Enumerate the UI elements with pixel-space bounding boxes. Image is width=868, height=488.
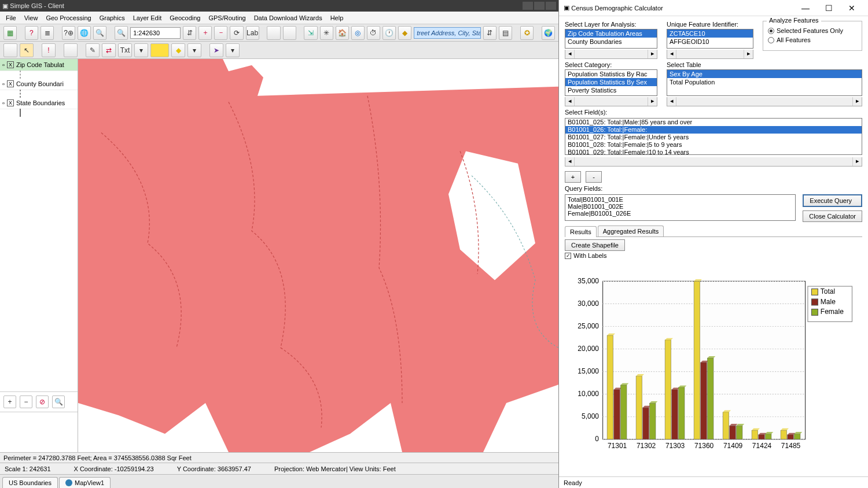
- layer-checkbox[interactable]: X: [7, 61, 14, 68]
- list-icon[interactable]: ≣: [41, 26, 54, 40]
- tab-aggregated[interactable]: Aggregated Results: [598, 225, 664, 236]
- hscrollbar[interactable]: ◂▸: [565, 97, 657, 106]
- arrows-icon[interactable]: ⇄: [102, 43, 116, 57]
- hscrollbar[interactable]: ◂▸: [667, 97, 862, 106]
- blank-tool-1[interactable]: [267, 26, 280, 40]
- wand-icon[interactable]: ✎: [86, 43, 100, 57]
- table-list[interactable]: Sex By Age Total Population: [667, 69, 862, 96]
- list-item[interactable]: Total Population: [667, 78, 862, 86]
- tab-us-boundaries[interactable]: US Boundaries: [2, 477, 58, 488]
- category-list[interactable]: Population Statistics By Rac Population …: [565, 69, 657, 96]
- hscrollbar[interactable]: ◂▸: [667, 50, 753, 59]
- list-item[interactable]: B01001_026: Total:|Female:: [565, 126, 862, 134]
- scale-input[interactable]: 1: 242630: [130, 27, 181, 39]
- blank-tool-3[interactable]: [3, 43, 17, 57]
- select-layer-list[interactable]: Zip Code Tabulation Areas County Boundar…: [565, 29, 657, 49]
- select-arrow-icon[interactable]: ↖: [20, 43, 34, 57]
- maximize-button[interactable]: ☐: [817, 3, 840, 13]
- menu-layeredit[interactable]: Layer Edit: [133, 14, 162, 21]
- address-stepper[interactable]: ⇵: [483, 26, 496, 40]
- list-item[interactable]: B01001_027: Total:|Female:|Under 5 years: [565, 134, 862, 141]
- dropdown-2[interactable]: ▾: [187, 43, 201, 57]
- menu-gpsrouting[interactable]: GPS/Routing: [208, 14, 245, 21]
- zoom-in-icon[interactable]: ＋: [198, 26, 212, 40]
- layer-checkbox[interactable]: X: [7, 99, 14, 106]
- list-item[interactable]: Population Statistics By Rac: [565, 70, 657, 78]
- layer-checkbox[interactable]: X: [7, 80, 14, 87]
- zoom-out-icon[interactable]: －: [214, 26, 227, 40]
- layer-row-zip[interactable]: ▫ X Zip Code Tabulat: [0, 59, 78, 71]
- fields-list[interactable]: B01001_025: Total:|Male:|85 years and ov…: [565, 118, 862, 155]
- gis-titlebar[interactable]: ▣ Simple GIS - Client: [0, 0, 558, 12]
- radio-selected-only[interactable]: Selected Features Only: [768, 27, 857, 34]
- text-tool-icon[interactable]: Txt: [118, 43, 132, 57]
- minimize-button[interactable]: —: [794, 3, 817, 13]
- pointer-purple-icon[interactable]: ➤: [209, 43, 223, 57]
- layer-zoom-icon[interactable]: 🔍: [52, 395, 65, 408]
- layer-add-icon[interactable]: +: [3, 395, 16, 408]
- hscrollbar[interactable]: ◂▸: [565, 50, 657, 59]
- uid-list[interactable]: ZCTA5CE10 AFFGEOID10: [667, 29, 753, 49]
- layer-row-county[interactable]: ▫ X County Boundari: [0, 78, 78, 90]
- list-item[interactable]: Poverty Statistics: [565, 86, 657, 94]
- address-input[interactable]: treet Address, City, State: [414, 27, 481, 39]
- refresh-icon[interactable]: ⟳: [230, 26, 243, 40]
- satellite-icon[interactable]: ✳: [320, 26, 333, 40]
- with-labels-checkbox[interactable]: ✓With Labels: [565, 252, 862, 259]
- blank-tool-4[interactable]: [64, 43, 78, 57]
- radio-all-features[interactable]: All Features: [768, 36, 857, 43]
- question-icon[interactable]: ?: [25, 26, 38, 40]
- clock-icon[interactable]: 🕐: [382, 26, 396, 40]
- list-item[interactable]: Sex By Age: [667, 70, 862, 78]
- list-item[interactable]: B01001_025: Total:|Male:|85 years and ov…: [565, 119, 862, 126]
- menu-graphics[interactable]: Graphics: [100, 14, 125, 21]
- diamond-yellow-icon[interactable]: ◆: [171, 43, 185, 57]
- close-button[interactable]: [546, 2, 556, 10]
- list-item[interactable]: B01001_029: Total:|Female:|10 to 14 year…: [565, 149, 862, 155]
- export-icon[interactable]: ⇲: [304, 26, 317, 40]
- layers-icon[interactable]: ▤: [499, 26, 512, 40]
- blank-tool-2[interactable]: [283, 26, 296, 40]
- stopwatch-icon[interactable]: ⏱: [367, 26, 380, 40]
- alert-icon[interactable]: !: [42, 43, 56, 57]
- home-icon[interactable]: 🏠: [336, 26, 349, 40]
- layer-remove-icon[interactable]: −: [20, 395, 32, 408]
- remove-field-button[interactable]: -: [586, 171, 602, 183]
- globe-blue-icon[interactable]: 🌍: [542, 26, 555, 40]
- globe-question-icon[interactable]: ?⊕: [62, 26, 75, 40]
- list-item[interactable]: AFFGEOID10: [667, 38, 753, 46]
- pin-icon[interactable]: ✪: [520, 26, 534, 40]
- zoom-extent-icon[interactable]: 🔍: [115, 26, 128, 40]
- menu-geocoding[interactable]: Geocoding: [170, 14, 200, 21]
- list-item[interactable]: Population Statistics By Sex: [565, 78, 657, 86]
- tab-results[interactable]: Results: [565, 226, 597, 237]
- highlight-icon[interactable]: [150, 43, 169, 57]
- create-shapefile-button[interactable]: Create Shapefile: [565, 239, 625, 251]
- map-canvas[interactable]: [78, 59, 558, 452]
- close-button[interactable]: ✕: [840, 3, 863, 13]
- label-icon[interactable]: Lab: [246, 26, 259, 40]
- zoom-icon[interactable]: 🔍: [93, 26, 106, 40]
- scale-stepper[interactable]: ⇵: [183, 26, 196, 40]
- layer-row-state[interactable]: ▫ X State Boundaries: [0, 97, 78, 109]
- list-item[interactable]: County Boundaries: [565, 38, 657, 46]
- close-calculator-button[interactable]: Close Calculator: [803, 210, 862, 222]
- add-layer-icon[interactable]: ▦: [3, 26, 17, 40]
- layer-delete-icon[interactable]: ⊘: [36, 395, 49, 408]
- census-titlebar[interactable]: ▣ Census Demographic Calculator — ☐ ✕: [559, 0, 868, 16]
- list-item[interactable]: ZCTA5CE10: [667, 29, 753, 38]
- tab-mapview1[interactable]: MapView1: [59, 477, 111, 488]
- expand-icon[interactable]: ▫: [2, 61, 5, 68]
- menu-geoprocessing[interactable]: Geo Processing: [46, 14, 91, 21]
- list-item[interactable]: Zip Code Tabulation Areas: [565, 29, 657, 38]
- add-field-button[interactable]: +: [565, 171, 581, 183]
- expand-icon[interactable]: ▫: [2, 99, 5, 106]
- maximize-button[interactable]: [534, 2, 545, 10]
- list-item[interactable]: B01001_028: Total:|Female:|5 to 9 years: [565, 141, 862, 149]
- target-icon[interactable]: ◎: [351, 26, 365, 40]
- minimize-button[interactable]: [523, 2, 533, 10]
- dropdown-3[interactable]: ▾: [226, 43, 240, 57]
- expand-icon[interactable]: ▫: [2, 80, 5, 87]
- execute-query-button[interactable]: Execute Query: [803, 194, 862, 207]
- house-diamond-icon[interactable]: ◆: [398, 26, 411, 40]
